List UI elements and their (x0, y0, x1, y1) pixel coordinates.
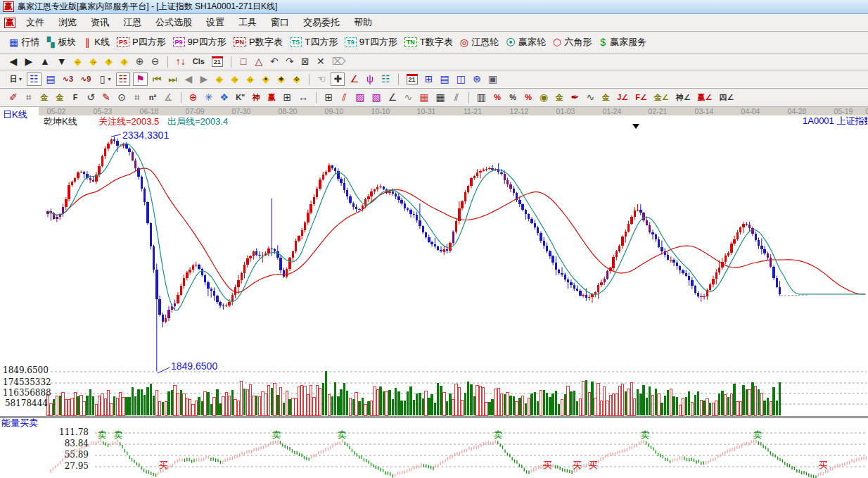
save-button[interactable]: ◫ (454, 73, 468, 85)
star-web-button[interactable]: ✳ (203, 92, 215, 103)
gold-angle-button[interactable]: 金∠ (652, 92, 671, 103)
go-first-button[interactable]: ⏮ (151, 73, 164, 85)
n-squared-button[interactable]: n² (146, 92, 159, 103)
percent-chart-button[interactable]: ▥ (475, 92, 488, 103)
j-angle-button[interactable]: J∠ (615, 92, 630, 103)
p9-square-button[interactable]: P99P四方形 (171, 35, 229, 49)
fence-button[interactable]: ⌗ (23, 92, 35, 103)
four-angle-button[interactable]: 四∠ (717, 92, 736, 103)
gann-diamond-up-button[interactable]: ◆↑ (103, 56, 115, 68)
h-span-button[interactable]: ↔ (296, 92, 310, 103)
pattern-teal-button[interactable]: ☷ (379, 73, 392, 85)
menu-window[interactable]: 窗口 (264, 15, 296, 29)
menu-file[interactable]: 文件 (19, 15, 51, 29)
print-button[interactable]: ▣ (486, 73, 499, 85)
diamond-right-button[interactable]: ◆→ (229, 73, 241, 85)
wave-band-button[interactable]: ∿ (584, 92, 596, 103)
time-cycle-button[interactable]: ⊙ (115, 92, 128, 103)
menu-settings[interactable]: 设置 (199, 15, 231, 29)
net-time-button[interactable]: ⊛ (471, 73, 483, 85)
nav-last-button[interactable]: ▶ (23, 56, 35, 68)
menu-gann[interactable]: 江恩 (116, 15, 148, 29)
quotes-button[interactable]: ▦行情 (7, 35, 42, 49)
menu-browse[interactable]: 浏览 (51, 15, 84, 29)
pen-mark-button[interactable]: ✒ (568, 92, 581, 103)
volume-flag-button[interactable]: ⚑ (133, 73, 148, 86)
fence-shen-button[interactable]: 神 (250, 92, 262, 103)
rect-tool-button[interactable]: □ (237, 56, 250, 68)
fork-tool-button[interactable]: ψ (364, 73, 376, 85)
menu-tools[interactable]: 工具 (231, 15, 264, 29)
gold-band-button[interactable]: 金 (599, 92, 612, 103)
pen-ruler-button[interactable]: ✎ (100, 92, 113, 103)
hand-drag-button[interactable]: ☜ (315, 73, 328, 85)
t9-square-button[interactable]: T99T四方形 (343, 35, 400, 49)
fence-gold2-button[interactable]: 金 (53, 92, 66, 103)
t-square-button[interactable]: TST四方形 (288, 35, 340, 49)
calendar-21-button[interactable]: 21 (404, 73, 420, 85)
k-note-button[interactable]: K" (234, 92, 247, 103)
go-next-button[interactable]: ▶ (198, 73, 210, 85)
kline-button[interactable]: ∥K线 (81, 35, 112, 49)
calendar-button[interactable]: 21 (210, 56, 225, 68)
win-box-button[interactable]: 赢 (265, 92, 278, 103)
box-diag2-button[interactable]: ▧ (370, 92, 383, 103)
nav-down-button[interactable]: ▼ (55, 56, 69, 68)
box-x-button[interactable]: ⊠ (299, 56, 312, 68)
menu-trade-order[interactable]: 交易委托 (296, 15, 347, 29)
clear-drawings-button[interactable]: ⌦ (330, 56, 348, 68)
gann-diamond-left-button[interactable]: ◆← (72, 56, 84, 68)
grid-web-button[interactable]: ❖ (218, 92, 231, 103)
notes-button[interactable]: ▤ (438, 73, 452, 85)
percent-line-button[interactable]: % (522, 92, 535, 103)
angle-lines-button[interactable]: ∠ (386, 92, 400, 103)
zoom-out-button[interactable]: ⊖ (149, 56, 162, 68)
diamond-all-button[interactable]: ◆✣ (291, 73, 303, 85)
zoom-in-button[interactable]: ⊕ (134, 56, 146, 68)
brush-button[interactable]: ✐ (7, 92, 20, 103)
diamond-lr-button[interactable]: ◆↔ (244, 73, 257, 85)
p-number-table-button[interactable]: PNP数字表 (231, 35, 285, 49)
qiankun-pattern-button[interactable]: ☷ (27, 73, 42, 86)
gann-diamond-right-button[interactable]: ◆→ (87, 56, 100, 68)
rotate-left-button[interactable]: ↶ (268, 56, 281, 68)
angle-measure-button[interactable]: ∠ (347, 73, 361, 85)
fence-gold-button[interactable]: 金 (38, 92, 51, 103)
hexagon-button[interactable]: ⬡六角形 (551, 35, 594, 49)
kline-note-button[interactable]: ▤ (44, 73, 58, 85)
nav-up-button[interactable]: ▲ (38, 56, 52, 68)
updown-arrows-button[interactable]: ↑↓ (174, 56, 188, 68)
fence-f-button[interactable]: F (69, 92, 82, 103)
percent-t-button[interactable]: % (491, 92, 504, 103)
t-number-table-button[interactable]: TNT数字表 (402, 35, 455, 49)
gold-section-button[interactable]: 金 (553, 92, 566, 103)
spiral-button[interactable]: ↺ (84, 92, 97, 103)
menu-news[interactable]: 资讯 (84, 15, 116, 29)
sectors-button[interactable]: ▚板块 (44, 35, 78, 49)
f-angle-button[interactable]: F∠ (633, 92, 649, 103)
go-last-button[interactable]: ⏭ (166, 73, 179, 85)
diag-lines-button[interactable]: ⫽ (450, 92, 463, 103)
kline-period-button[interactable]: 日▾ (7, 73, 24, 85)
gann-wheel-button[interactable]: ◎江恩轮 (458, 35, 501, 49)
candle-type-button[interactable]: ▯▾ (96, 73, 113, 85)
gold-circle-button[interactable]: ◉ (537, 92, 550, 103)
rotate-right-button[interactable]: ↷ (283, 56, 296, 68)
grid-red-button[interactable]: ▦ (417, 92, 430, 103)
menu-help[interactable]: 帮助 (347, 15, 379, 29)
gann-diamond-down-button[interactable]: ◆↓ (118, 56, 131, 68)
diamond-cross-button[interactable]: ◆✚ (275, 73, 288, 85)
mirror-angle-button[interactable]: ∡ (162, 92, 175, 103)
winner-service-button[interactable]: $赢家服务 (596, 35, 649, 49)
grid-123-button[interactable]: ⊞ (281, 92, 293, 103)
percent-button[interactable]: % (506, 92, 519, 103)
compass-cross-button[interactable]: ⊕ (187, 92, 200, 103)
cls-button[interactable]: Cls (191, 56, 207, 68)
pattern-red-button[interactable]: ☷ (116, 73, 131, 86)
shrink-tool-button[interactable]: ✕ (314, 56, 327, 68)
period-label[interactable]: 日K线 (3, 110, 27, 120)
ray-fan-button[interactable]: ⫽ (338, 92, 350, 103)
box-measure-button[interactable]: ⊞ (322, 92, 335, 103)
shen-angle-button[interactable]: 神∠ (674, 92, 693, 103)
nav-first-button[interactable]: ◀ (7, 56, 20, 68)
